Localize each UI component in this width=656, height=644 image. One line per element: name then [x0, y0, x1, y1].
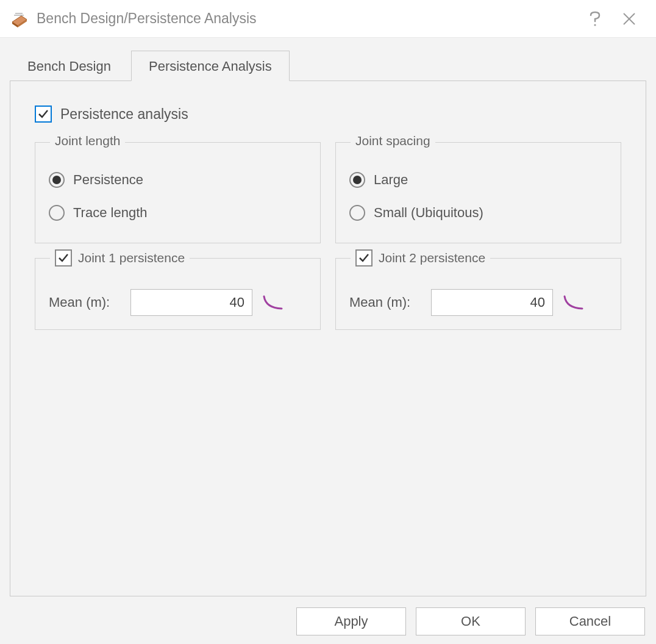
apply-button[interactable]: Apply	[296, 607, 406, 635]
tabstrip: Bench Design Persistence Analysis	[10, 50, 646, 80]
joint1-mean-row: Mean (m):	[49, 289, 307, 316]
ok-button[interactable]: OK	[416, 607, 526, 635]
joint1-legend: Joint 1 persistence	[50, 249, 190, 267]
window-title: Bench Design/Persistence Analysis	[37, 10, 578, 27]
radio-small-label: Small (Ubiquitous)	[374, 205, 483, 221]
joint2-mean-label: Mean (m):	[349, 295, 422, 310]
help-button[interactable]	[578, 2, 612, 36]
tab-bench-design[interactable]: Bench Design	[10, 51, 129, 80]
app-icon	[10, 9, 29, 29]
button-bar: Apply OK Cancel	[0, 599, 656, 644]
joint2-persistence-group: Joint 2 persistence Mean (m):	[335, 258, 621, 330]
cancel-button[interactable]: Cancel	[535, 607, 645, 635]
radio-trace-length[interactable]	[49, 205, 65, 221]
close-button[interactable]	[612, 2, 646, 36]
svg-point-5	[594, 24, 596, 26]
joint2-legend: Joint 2 persistence	[351, 249, 490, 267]
titlebar: Bench Design/Persistence Analysis	[0, 0, 656, 38]
joint-length-legend: Joint length	[50, 134, 125, 148]
joint-spacing-group: Joint spacing Large Small (Ubiquitous)	[335, 142, 621, 243]
radio-small-row[interactable]: Small (Ubiquitous)	[349, 196, 607, 229]
joint2-legend-label: Joint 2 persistence	[379, 251, 485, 265]
persistence-analysis-label: Persistence analysis	[60, 106, 188, 123]
radio-large-row[interactable]: Large	[349, 163, 607, 196]
joint-length-group: Joint length Persistence Trace length	[35, 142, 321, 243]
radio-persistence[interactable]	[49, 172, 65, 188]
tab-panel-persistence: Persistence analysis Joint length Persis…	[10, 80, 646, 596]
radio-large-label: Large	[374, 172, 408, 188]
radio-persistence-row[interactable]: Persistence	[49, 163, 307, 196]
joint1-distribution-icon[interactable]	[261, 292, 285, 313]
radio-large[interactable]	[349, 172, 365, 188]
joint1-persistence-group: Joint 1 persistence Mean (m):	[35, 258, 321, 330]
joint1-persistence-checkbox[interactable]	[55, 249, 72, 267]
joint-spacing-legend: Joint spacing	[351, 134, 435, 148]
client-area: Bench Design Persistence Analysis Persis…	[0, 38, 656, 599]
joint2-mean-row: Mean (m):	[349, 289, 607, 316]
radio-trace-length-label: Trace length	[73, 205, 147, 221]
persistence-analysis-checkbox[interactable]	[35, 106, 52, 123]
joint2-distribution-icon[interactable]	[562, 292, 586, 313]
radio-persistence-label: Persistence	[73, 172, 143, 188]
radio-trace-length-row[interactable]: Trace length	[49, 196, 307, 229]
joint2-mean-input[interactable]	[431, 289, 553, 316]
persistence-analysis-toggle-row: Persistence analysis	[35, 106, 621, 123]
radio-small[interactable]	[349, 205, 365, 221]
joint1-mean-input[interactable]	[130, 289, 252, 316]
joint1-legend-label: Joint 1 persistence	[78, 251, 185, 265]
joint1-mean-label: Mean (m):	[49, 295, 122, 310]
joint2-persistence-checkbox[interactable]	[355, 249, 373, 267]
tab-persistence-analysis[interactable]: Persistence Analysis	[131, 51, 290, 81]
